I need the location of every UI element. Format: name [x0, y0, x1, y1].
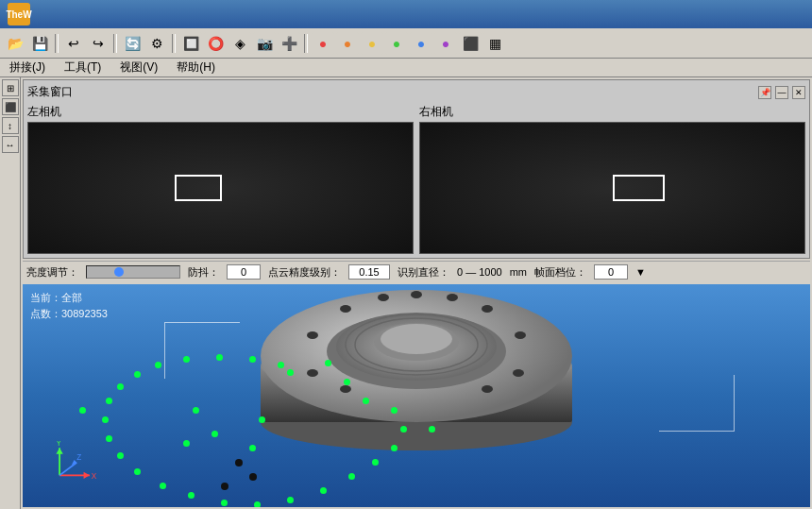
pointcloud-label: 点云精度级别： — [268, 265, 341, 280]
camera-panel-header: 采集窗口 📌 — ✕ — [27, 84, 805, 100]
frame-guide-bottomright — [659, 375, 735, 432]
menu-help[interactable]: 帮助(H) — [171, 59, 221, 76]
toolbar-p6-btn[interactable]: ● — [434, 32, 457, 55]
marker-25 — [216, 354, 223, 361]
diameter-label: 识别直径： — [398, 265, 449, 280]
toolbar-refresh-btn[interactable]: 🔄 — [121, 32, 144, 55]
pointcloud-input[interactable] — [348, 264, 390, 280]
right-camera-image — [419, 122, 805, 254]
svg-text:Y: Y — [56, 441, 61, 448]
svg-point-61 — [340, 385, 351, 393]
toolbar-sep4 — [304, 34, 308, 53]
marker-1 — [325, 360, 331, 366]
sidebar-btn2[interactable]: ⬛ — [2, 98, 19, 115]
toolbar-diamond-btn[interactable]: ◈ — [228, 32, 251, 55]
brightness-slider[interactable] — [86, 265, 180, 279]
brightness-label: 亮度调节： — [26, 265, 78, 280]
panel-close-btn[interactable]: ✕ — [792, 86, 805, 99]
toolbar-circle-btn[interactable]: ⭕ — [204, 32, 227, 55]
left-camera-selection-rect — [175, 175, 222, 201]
toolbar-sep1 — [55, 34, 59, 53]
marker-20 — [106, 398, 112, 404]
marker-30 — [211, 431, 218, 437]
camera-panel-title: 采集窗口 — [27, 84, 73, 100]
svg-point-59 — [513, 369, 524, 377]
marker-26 — [249, 356, 256, 363]
svg-point-53 — [340, 305, 351, 313]
toolbar-p1-btn[interactable]: ● — [312, 32, 334, 55]
marker-7 — [391, 445, 398, 451]
right-camera-view: 右相机 — [419, 104, 805, 254]
menu-splice[interactable]: 拼接(J) — [4, 59, 51, 76]
marker-15 — [160, 483, 166, 489]
marker-13 — [221, 500, 228, 506]
toolbar-redo-btn[interactable]: ↪ — [87, 32, 110, 55]
axis-indicator-svg: X Y Z — [51, 441, 98, 488]
title-bar: TheW — [0, 0, 812, 28]
marker-27 — [278, 362, 284, 368]
toolbar-p2-btn[interactable]: ● — [336, 32, 359, 55]
toolbar: 📂 💾 ↩ ↪ 🔄 ⚙ 🔲 ⭕ ◈ 📷 ➕ ● ● ● ● ● ● ⬛ ▦ — [0, 28, 812, 59]
marker-22 — [134, 371, 141, 378]
right-camera-selection-rect — [613, 175, 665, 201]
marker-4 — [363, 398, 369, 404]
marker-34 — [79, 407, 86, 414]
panel-pin-btn[interactable]: 📌 — [758, 86, 771, 99]
marker-17 — [117, 452, 124, 459]
marker-24 — [183, 356, 190, 363]
menu-view[interactable]: 视图(V) — [114, 59, 163, 76]
frame-dropdown-icon[interactable]: ▼ — [635, 266, 646, 278]
marker-32 — [249, 445, 256, 451]
diameter-range: 0 — 1000 — [457, 266, 502, 278]
marker-23 — [155, 362, 161, 368]
antishake-label: 防抖： — [188, 265, 219, 280]
main-container: ⊞ ⬛ ↕ ↔ 采集窗口 📌 — ✕ 左相机 — [0, 77, 812, 509]
dark-marker-2 — [249, 473, 257, 481]
toolbar-add-btn[interactable]: ➕ — [278, 32, 300, 55]
marker-8 — [372, 459, 379, 466]
toolbar-save-btn[interactable]: 💾 — [28, 32, 51, 55]
brightness-slider-thumb — [114, 267, 124, 277]
toolbar-solid-btn[interactable]: ⬛ — [459, 32, 482, 55]
toolbar-box-btn[interactable]: 🔲 — [179, 32, 202, 55]
marker-18 — [106, 435, 112, 442]
3d-disc-svg — [218, 284, 615, 460]
dark-marker-1 — [235, 459, 243, 467]
toolbar-p3-btn[interactable]: ● — [361, 32, 383, 55]
marker-6 — [400, 426, 407, 433]
frame-label: 帧面档位： — [534, 265, 586, 280]
svg-point-52 — [307, 331, 318, 339]
viewport-3d[interactable]: 当前：全部 点数：30892353 — [23, 284, 810, 507]
cameras-row: 左相机 — [27, 104, 805, 254]
marker-9 — [348, 473, 355, 480]
toolbar-settings-btn[interactable]: ⚙ — [145, 32, 168, 55]
toolbar-open-btn[interactable]: 📂 — [4, 32, 26, 55]
svg-text:X: X — [92, 472, 97, 481]
marker-3 — [344, 379, 350, 385]
menubar: 拼接(J) 工具(T) 视图(V) 帮助(H) — [0, 59, 812, 77]
left-camera-image — [27, 122, 414, 254]
marker-10 — [320, 487, 327, 494]
sidebar-btn1[interactable]: ⊞ — [2, 79, 19, 96]
toolbar-undo-btn[interactable]: ↩ — [62, 32, 85, 55]
toolbar-camera-btn[interactable]: 📷 — [253, 32, 276, 55]
camera-panel-controls: 📌 — ✕ — [758, 86, 805, 99]
antishake-input[interactable] — [227, 264, 261, 280]
svg-point-49 — [381, 324, 452, 354]
svg-marker-64 — [84, 472, 90, 479]
sidebar-btn4[interactable]: ↔ — [2, 136, 19, 153]
toolbar-p4-btn[interactable]: ● — [385, 32, 408, 55]
toolbar-extra-btn[interactable]: ▦ — [483, 32, 506, 55]
toolbar-sep2 — [113, 34, 117, 53]
svg-point-62 — [307, 369, 318, 377]
diameter-unit: mm — [510, 266, 527, 278]
frame-input[interactable] — [594, 264, 628, 280]
viewport-info: 当前：全部 点数：30892353 — [30, 290, 108, 321]
sidebar-btn3[interactable]: ↕ — [2, 117, 19, 134]
panel-minimize-btn[interactable]: — — [775, 86, 788, 99]
toolbar-p5-btn[interactable]: ● — [410, 32, 432, 55]
current-label: 当前：全部 — [30, 290, 108, 306]
marker-28 — [193, 407, 199, 414]
menu-tools[interactable]: 工具(T) — [59, 59, 107, 76]
svg-point-56 — [447, 294, 458, 301]
